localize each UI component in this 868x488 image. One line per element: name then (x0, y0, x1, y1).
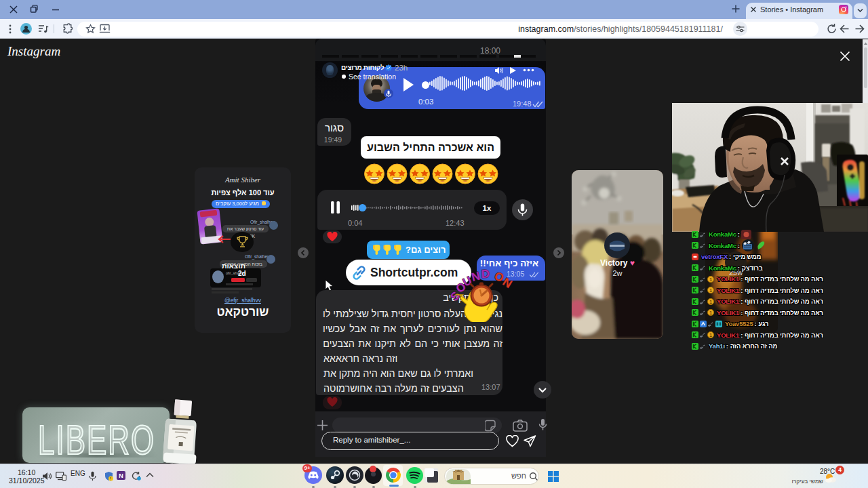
svg-text:1: 1 (709, 288, 712, 293)
svg-text:1: 1 (709, 299, 712, 304)
svg-text:1: 1 (709, 277, 712, 281)
svg-text:1: 1 (709, 310, 712, 315)
svg-text:1: 1 (709, 333, 712, 338)
svg-text:D: D (481, 268, 490, 281)
